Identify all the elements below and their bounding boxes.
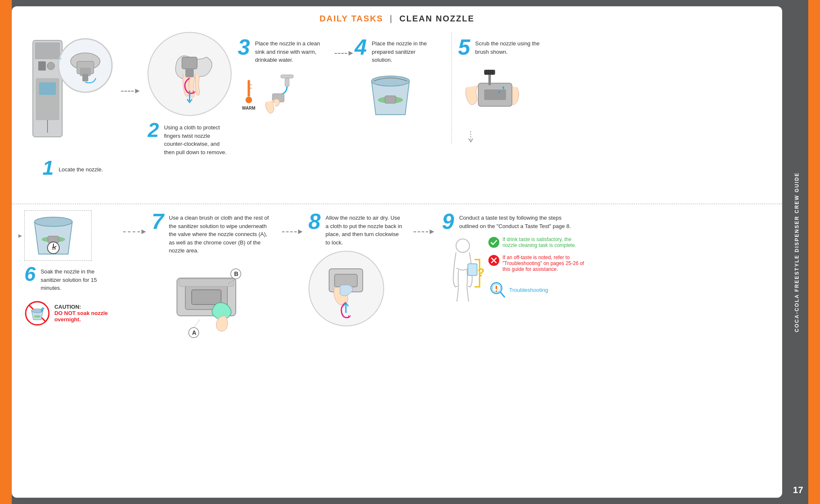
troubleshooting-label: Troubleshooting — [509, 287, 548, 293]
step6-area: 15 ► 6 Soak the nozzle in the sanitizer … — [24, 210, 117, 330]
svg-line-69 — [501, 292, 505, 297]
step7-number: 7 — [152, 210, 164, 232]
svg-point-15 — [245, 97, 252, 103]
step2-area: 2 Using a cloth to protect fingers twist… — [141, 32, 238, 156]
step4-number: 4 — [355, 36, 367, 58]
taste-test-area: ? If drink taste is satisfactory, the no… — [442, 236, 595, 305]
svg-line-54 — [194, 319, 200, 328]
header-clean-nozzle: CLEAN NOZZLE — [399, 14, 474, 23]
step8-area: 8 Allow the nozzle to air dry. Use a clo… — [304, 210, 414, 326]
svg-point-61 — [456, 239, 469, 252]
magnifier-icon — [488, 281, 506, 299]
step3-text: Place the nozzle in a clean sink and rin… — [255, 39, 322, 64]
step5-label: 5 Scrub the nozzle using the brush shown… — [458, 36, 556, 58]
step9-number: 9 — [442, 210, 454, 232]
bucket-svg-4 — [363, 68, 418, 119]
step2-illustration — [152, 36, 227, 112]
machine-illustration — [31, 36, 64, 145]
svg-point-47 — [34, 315, 41, 318]
svg-rect-62 — [468, 264, 477, 276]
svg-point-37 — [34, 217, 72, 226]
step6-text: Soak the nozzle in the sanitizer solutio… — [41, 268, 106, 292]
svg-line-34 — [490, 70, 491, 75]
bottom-section: 15 ► 6 Soak the nozzle in the sanitizer … — [12, 204, 782, 498]
page-number: 17 — [793, 485, 803, 496]
svg-point-64 — [488, 237, 499, 248]
svg-rect-12 — [185, 69, 194, 77]
troubleshooting-area: Troubleshooting — [488, 281, 586, 299]
right-sidebar — [808, 0, 820, 504]
step7-area: 7 Use a clean brush or cloth and the res… — [148, 210, 282, 347]
thermometer-icon — [244, 76, 254, 106]
svg-rect-72 — [496, 286, 497, 289]
page-header: DAILY TASKS | CLEAN NOZZLE — [12, 6, 782, 28]
step7-label: 7 Use a clean brush or cloth and the res… — [152, 210, 282, 255]
step2-label: 2 Using a cloth to protect fingers twist… — [148, 120, 231, 156]
svg-text:15: 15 — [52, 246, 56, 250]
off-taste-branch: If an off-taste is noted, refer to "Trou… — [488, 255, 586, 272]
step8-number: 8 — [308, 210, 321, 232]
down-arrow-5 — [458, 131, 556, 144]
warm-indicator: WARM — [242, 76, 256, 110]
svg-text:?: ? — [477, 266, 484, 279]
step5-area: 5 Scrub the nozzle using the brush shown… — [451, 32, 556, 144]
step2-number: 2 — [148, 120, 159, 140]
vertical-text-container: COCA-COLA FREESTYLE DISPENSER CREW GUIDE — [786, 0, 807, 504]
satisfactory-text: If drink taste is satisfactory, the nozz… — [502, 236, 586, 248]
svg-rect-2 — [38, 61, 46, 71]
step9-area: 9 Conduct a taste test by following the … — [435, 210, 595, 305]
step3-number: 3 — [238, 36, 250, 58]
step3-label: 3 Place the nozzle in a clean sink and r… — [238, 36, 335, 64]
top-section: 1 Locate the nozzle. ► — [12, 28, 782, 204]
step7-svg: A B — [152, 261, 261, 345]
step6-arrow-in: ► — [17, 232, 23, 239]
svg-rect-51 — [179, 279, 234, 286]
arrow-8-9: ► — [414, 210, 436, 236]
arrow-7-8: ► — [282, 210, 304, 236]
taste-test-branches: If drink taste is satisfactory, the nozz… — [488, 236, 586, 305]
checkmark-icon — [488, 236, 500, 248]
step4-label: 4 Place the nozzle in the prepared sanit… — [355, 36, 447, 64]
x-icon — [488, 255, 500, 266]
svg-rect-26 — [385, 96, 396, 103]
step1-text: Locate the nozzle. — [59, 165, 103, 174]
step8-circle-illus — [308, 251, 384, 326]
svg-point-3 — [47, 62, 55, 70]
left-sidebar — [0, 0, 12, 504]
header-daily-tasks: DAILY TASKS — [319, 14, 383, 23]
top-steps-row: 1 Locate the nozzle. ► — [24, 32, 770, 178]
svg-rect-50 — [192, 290, 221, 304]
step8-text: Allow the nozzle to air dry. Use a cloth… — [326, 214, 403, 247]
svg-rect-11 — [182, 57, 197, 69]
brush-svg — [458, 66, 538, 129]
person-svg: ? — [442, 236, 484, 304]
arrow-1-2: ► — [121, 32, 141, 95]
step4-area: 4 Place the nozzle in the prepared sanit… — [355, 32, 447, 121]
no-soak-icon — [24, 297, 50, 330]
svg-rect-10 — [82, 74, 88, 81]
step5-text: Scrub the nozzle using the brush shown. — [475, 39, 547, 56]
step6-bucket-box: 15 ► — [24, 210, 92, 261]
vertical-guide-text: COCA-COLA FREESTYLE DISPENSER CREW GUIDE — [794, 172, 800, 332]
caution-text-block: CAUTION: DO NOT soak nozzle overnight. — [54, 304, 117, 323]
step8-label: 8 Allow the nozzle to air dry. Use a clo… — [308, 210, 414, 247]
svg-rect-30 — [484, 70, 495, 75]
step1-area: 1 Locate the nozzle. — [24, 32, 121, 178]
svg-point-71 — [496, 290, 497, 292]
header-separator: | — [390, 14, 393, 23]
svg-text:A: A — [192, 329, 196, 336]
svg-rect-1 — [35, 42, 60, 59]
step2-text: Using a cloth to protect fingers twist n… — [164, 123, 231, 156]
svg-rect-19 — [281, 75, 293, 78]
step6-number: 6 — [24, 264, 36, 284]
svg-line-32 — [487, 70, 487, 75]
step7-illustration: A B — [152, 261, 282, 347]
step6-bucket-svg: 15 — [28, 214, 83, 256]
svg-rect-28 — [484, 89, 506, 100]
step5-number: 5 — [458, 36, 470, 58]
svg-text:B: B — [234, 270, 238, 277]
step6-label: 6 Soak the nozzle in the sanitizer solut… — [24, 264, 117, 292]
warm-label: WARM — [242, 106, 256, 110]
off-taste-text: If an off-taste is noted, refer to "Trou… — [502, 255, 586, 272]
nozzle-detail-circle — [62, 42, 108, 89]
